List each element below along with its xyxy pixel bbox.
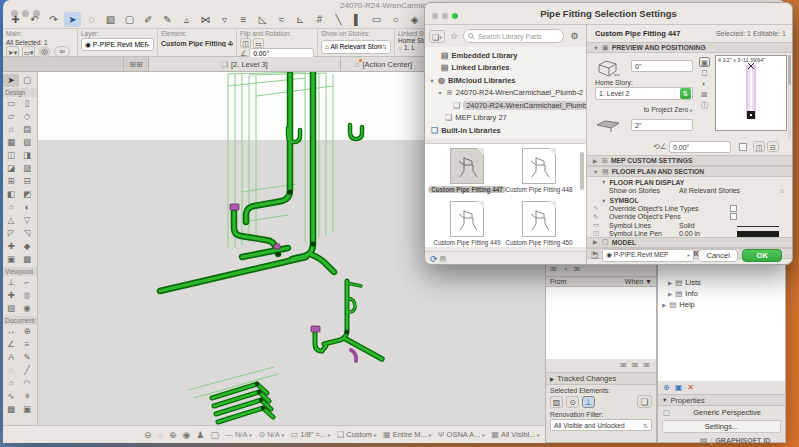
quick-option[interactable]: ❏Custom▸ (337, 430, 377, 439)
tree-item-embedded[interactable]: ▤Embedded Library (425, 49, 586, 62)
hatch-filter-button[interactable]: ▨ (550, 396, 563, 408)
viewpoint-tool-icon[interactable]: ◎ (19, 289, 35, 302)
design-tool-icon[interactable]: ◐ (19, 201, 35, 214)
quick-option[interactable]: ▭1/8" =...▸ (291, 430, 331, 439)
design-tool-icon[interactable]: ◫ (3, 149, 19, 162)
tree-item-linked[interactable]: ▤Linked Libraries (425, 62, 586, 75)
design-tool-icon[interactable]: ▣ (3, 253, 19, 266)
design-tool-icon[interactable]: ⊟ (19, 175, 35, 188)
mail-reply-icon[interactable]: ✉ (620, 361, 627, 370)
document-tool-icon[interactable]: ✳ (19, 390, 35, 403)
design-tool-icon[interactable]: ◇ (19, 110, 35, 123)
viewpoint-tool-icon[interactable]: ▧ (3, 302, 19, 315)
viewpoint-tool-icon[interactable]: ⌐ (19, 276, 35, 289)
renovation-filter-dropdown[interactable]: All Visible and Unlocked⇅ (550, 419, 652, 431)
design-tool-icon[interactable]: ◧ (3, 188, 19, 201)
design-tool-icon[interactable]: ▭ (3, 97, 19, 110)
toolbar-icon[interactable]: ≈ (273, 12, 290, 27)
cancel-button[interactable]: Cancel (698, 249, 738, 262)
viewpoint-tool-icon[interactable]: ⊥ (3, 276, 19, 289)
quick-option[interactable]: ⊙N/A▸ (258, 430, 284, 439)
toolbar-icon[interactable]: # (311, 12, 328, 27)
view-control-icon[interactable]: ◉ (182, 430, 190, 440)
element-dropdown[interactable]: Custom Pipe Fitting 447▸ (161, 40, 233, 47)
marquee-mode-button[interactable]: ▭▾ (22, 46, 35, 57)
document-tool-icon[interactable]: ✎ (19, 351, 35, 364)
toolbar-icon[interactable]: ▿ (216, 12, 233, 27)
library-item-449[interactable]: Custom Pipe Fitting 449 (431, 201, 503, 251)
tree-item-builtin[interactable]: ❏Built-in Libraries (425, 124, 586, 137)
folder-view-button[interactable]: ❏› (429, 30, 445, 43)
toolbox-section-viewpoint[interactable]: Viewpoint (3, 267, 37, 276)
library-search-input[interactable]: Search Library Parts (463, 29, 564, 43)
mirror-y-button[interactable]: ⊟ (767, 141, 779, 152)
view-control-icon[interactable]: ⊕ (169, 430, 177, 440)
gear-icon[interactable]: ⚙ (567, 30, 582, 43)
document-tool-icon[interactable]: ≡ (19, 338, 35, 351)
mirror-button[interactable]: ◫ (240, 38, 251, 48)
view-control-icon[interactable]: ⊖ (144, 430, 152, 440)
design-tool-icon[interactable]: ◆ (19, 240, 35, 253)
preview-canvas[interactable]: 4 1/2" x 3'-11 39/64" (715, 55, 787, 131)
design-tool-icon[interactable]: ✚ (3, 240, 19, 253)
column-from[interactable]: From (550, 278, 566, 285)
document-tool-icon[interactable]: ▣ (19, 403, 35, 416)
document-tool-icon[interactable]: A (3, 351, 19, 364)
dialog-close-icon[interactable] (432, 13, 438, 19)
preview-elevation-icon[interactable]: ◻ (699, 68, 710, 78)
toolbar-icon[interactable]: ↷ (45, 12, 62, 27)
reload-libraries-icon[interactable]: ⟳ (430, 254, 438, 264)
document-tool-icon[interactable]: ∿ (3, 390, 19, 403)
view-settings-button[interactable]: Settings... (662, 420, 781, 433)
dialog-rotation-field[interactable]: 0.00° (669, 141, 731, 153)
design-tool-icon[interactable]: ◪ (3, 162, 19, 175)
document-tool-icon[interactable]: ◠ (19, 377, 35, 390)
preview-section-icon[interactable]: ⊠ (699, 90, 710, 100)
floor-plan-display-header[interactable]: ▼FLOOR PLAN DISPLAY (587, 177, 793, 186)
flip-button[interactable]: ▭ (253, 38, 264, 48)
show-on-stories-row[interactable]: Show on Stories All Relevant Stories ⌂ (587, 186, 793, 196)
toolbar-icon[interactable]: ▌ (349, 12, 366, 27)
toolbar-icon[interactable]: ▭ (368, 12, 385, 27)
design-tool-icon[interactable]: ▤ (19, 123, 35, 136)
properties-bar[interactable]: ▼Properties (658, 394, 785, 406)
override-line-types-row[interactable]: ∿ Override Object's Line Types (587, 204, 793, 213)
toolbar-icon[interactable]: ▵ (178, 12, 195, 27)
design-tool-icon[interactable]: ▩ (19, 253, 35, 266)
show-on-stories-dropdown[interactable]: ⌂ All Relevant Stories⇅ (321, 40, 391, 54)
document-tool-icon[interactable]: ◌ (3, 364, 19, 377)
mail-send-icon[interactable]: ✉ (574, 265, 581, 274)
dialog-minimize-icon[interactable] (442, 13, 448, 19)
design-tool-icon[interactable]: ▯ (19, 97, 35, 110)
library-item-448[interactable]: Custom Pipe Fitting 448 (503, 148, 575, 198)
tree-item-cloud-library[interactable]: ▾≋24070-R24-WrenCarmichael_Plumb-2 - 202… (425, 87, 586, 100)
clock-icon[interactable]: ◔ (563, 265, 568, 274)
override-line-types-checkbox[interactable] (730, 205, 737, 212)
design-tool-icon[interactable]: ▱ (3, 110, 19, 123)
tree-item-bimcloud[interactable]: ▾◍BIMcloud Libraries (425, 74, 586, 87)
viewpoint-tool-icon[interactable]: ✚ (3, 289, 19, 302)
top-offset-field[interactable]: 0" (631, 60, 693, 72)
design-tool-icon[interactable]: ◩ (19, 188, 35, 201)
delete-view-icon[interactable]: ✕ (687, 383, 694, 392)
design-tool-icon[interactable]: △ (3, 214, 19, 227)
marquee-icon[interactable]: ▢ (19, 74, 35, 87)
symbol-header[interactable]: ▼SYMBOL (587, 196, 793, 205)
glasses-button[interactable]: ∞ (54, 46, 70, 57)
select-arrow-icon[interactable]: ➤ (3, 74, 19, 87)
tree-item-mep-library[interactable]: ❏MEP Library 27 (425, 112, 586, 125)
toolbox-section-design[interactable]: Design (3, 88, 37, 97)
favorites-star-icon[interactable]: ☆ (448, 30, 460, 43)
settings-scrollbar[interactable] (788, 55, 791, 139)
toolbar-icon[interactable]: ╲ (330, 12, 347, 27)
library-item-450[interactable]: Custom Pipe Fitting 450 (503, 201, 575, 251)
library-item-447[interactable]: Custom Pipe Fitting 447 (431, 148, 503, 198)
design-tool-icon[interactable]: ▧ (19, 136, 35, 149)
arrow-mode-button[interactable]: ➤▾ (6, 46, 19, 57)
graphisoft-id[interactable]: ▤|GRAPHISOFT ID (700, 436, 786, 445)
design-tool-icon[interactable]: ⊞ (3, 175, 19, 188)
toolbar-icon[interactable]: ○ (387, 12, 404, 27)
bottom-offset-field[interactable]: 2" (631, 119, 693, 131)
toolbar-icon[interactable]: ⋈ (197, 12, 214, 27)
mail-icon[interactable]: ✉ (550, 265, 557, 274)
